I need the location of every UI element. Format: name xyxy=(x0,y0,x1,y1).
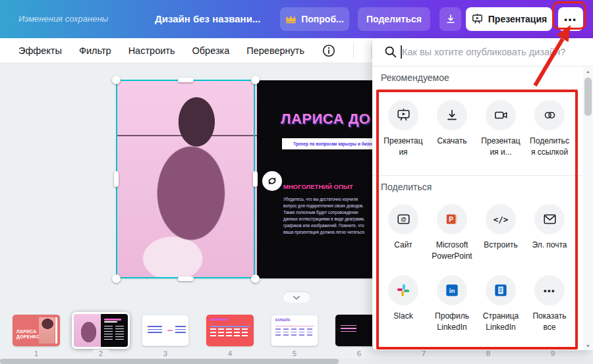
page-number-4[interactable]: 4 xyxy=(221,350,239,357)
scroll-up-arrow[interactable]: ▲ xyxy=(583,67,593,76)
selection-outline xyxy=(116,80,255,278)
handle-top-left[interactable] xyxy=(112,76,121,84)
try-pro-button[interactable]: Попроб... xyxy=(280,7,349,31)
page-number-5[interactable]: 5 xyxy=(286,350,303,357)
panel-scrollbar[interactable]: ▲ ▼ xyxy=(583,67,593,350)
thumb5-rule xyxy=(275,326,314,326)
page-number-1[interactable]: 1 xyxy=(28,350,45,357)
icon-circle xyxy=(486,100,516,130)
page-number-3[interactable]: 3 xyxy=(157,350,174,357)
page-number-2[interactable]: 2 xyxy=(92,350,109,357)
crown-icon xyxy=(285,14,296,24)
info-icon[interactable] xyxy=(322,43,336,58)
svg-text:in: in xyxy=(449,287,455,294)
thumb5-col xyxy=(291,328,296,337)
icon-circle: ••• xyxy=(534,275,565,305)
page-thumbnail-3[interactable] xyxy=(142,315,189,346)
svg-text:P: P xyxy=(449,216,453,223)
share-option-embed[interactable]: </> Встроить xyxy=(476,204,525,251)
slide-heading[interactable]: МНОГОЛЕТНИЙ ОПЫТ xyxy=(283,183,353,190)
thumb4-col xyxy=(218,328,224,338)
page-number-7[interactable]: 7 xyxy=(415,350,432,357)
embed-icon: </> xyxy=(494,215,509,224)
publish-option-download[interactable]: Скачать xyxy=(428,100,476,147)
page-number-9[interactable]: 9 xyxy=(544,350,561,357)
thumb5-col xyxy=(299,328,304,337)
download-button[interactable] xyxy=(439,7,461,31)
horizontal-scrollbar[interactable] xyxy=(0,359,593,364)
handle-bottom-left[interactable] xyxy=(112,274,121,283)
icon-circle: in xyxy=(437,275,467,305)
icon-circle xyxy=(534,204,565,234)
publish-option-presentation-record[interactable]: Презентация и... xyxy=(476,100,525,159)
handle-bottom-middle[interactable] xyxy=(178,276,194,281)
publish-option-share-link[interactable]: Поделиться ссылкой xyxy=(525,100,574,159)
page-number-6[interactable]: 6 xyxy=(351,350,368,357)
page-thumbnail-1[interactable]: ЛАРИСА ДОРЕНКО xyxy=(13,315,60,346)
tool-effects[interactable]: Эффекты xyxy=(18,45,62,56)
slide-black-half[interactable]: ЛАРИСА ДО Тренер по вопросам карьеры и б… xyxy=(257,80,389,278)
design-title[interactable]: Дизайн без названи... xyxy=(155,13,260,24)
tool-flip[interactable]: Перевернуть xyxy=(246,45,304,56)
tool-filter[interactable]: Фильтр xyxy=(79,45,111,56)
icon-circle xyxy=(486,275,516,305)
slide-body-text[interactable]: Убедитесь, что вы достаточно изучили воп… xyxy=(283,196,368,236)
thumb2-title-bar xyxy=(104,319,121,321)
email-icon xyxy=(542,212,557,226)
handle-bottom-right[interactable] xyxy=(251,274,260,283)
share-option-linkedin-profile[interactable]: in Профиль LinkedIn xyxy=(428,275,476,334)
filmstrip-collapse-button[interactable] xyxy=(283,292,310,303)
sync-graphic[interactable] xyxy=(262,171,282,191)
panel-scrollbar-thumb[interactable] xyxy=(584,78,592,116)
save-status: Изменения сохранены xyxy=(18,14,108,24)
share-option-website[interactable]: @ Сайт xyxy=(379,204,428,251)
share-option-powerpoint[interactable]: P Microsoft PowerPoint xyxy=(428,204,476,263)
page-thumbnail-2-selected[interactable] xyxy=(72,312,130,349)
toolbar-separator xyxy=(353,43,354,58)
panel-divider xyxy=(372,66,593,66)
section-title-recommended: Рекомендуемое xyxy=(381,72,449,83)
thumb5-col xyxy=(283,328,289,337)
icon-circle xyxy=(388,275,418,305)
thumb1-photo xyxy=(39,317,55,344)
tool-crop[interactable]: Обрезка xyxy=(192,45,230,56)
website-icon: @ xyxy=(396,212,411,226)
present-label: Презентация xyxy=(488,14,547,24)
share-button[interactable]: Поделиться xyxy=(358,7,430,31)
thumb3-text xyxy=(148,326,162,335)
page-thumbnail-4[interactable] xyxy=(206,315,254,346)
horizontal-scrollbar-thumb[interactable] xyxy=(0,359,339,364)
share-option-linkedin-page[interactable]: Страница LinkedIn xyxy=(476,275,525,334)
slide-title[interactable]: ЛАРИСА ДО xyxy=(281,111,370,128)
thumb4-col xyxy=(242,328,248,338)
handle-right-middle[interactable] xyxy=(253,171,258,187)
download-icon xyxy=(445,108,459,122)
handle-top-middle[interactable] xyxy=(178,78,194,82)
scroll-down-arrow[interactable]: ▼ xyxy=(583,342,593,350)
publish-panel: Рекомендуемое Презентация Скачать xyxy=(372,38,593,350)
more-dots-icon: ••• xyxy=(564,14,577,24)
share-label: Поделиться xyxy=(366,14,422,24)
page-thumbnail-5[interactable]: КАРЬЕРА xyxy=(271,315,318,346)
share-option-show-all[interactable]: ••• Показать все xyxy=(525,275,574,334)
slide-subtitle: Тренер по вопросам карьеры и бизнеса xyxy=(293,142,379,146)
share-option-slack[interactable]: Slack xyxy=(379,275,428,322)
thumb4-rule xyxy=(210,326,250,327)
canva-editor-screen: Изменения сохранены Дизайн без названи..… xyxy=(0,0,593,364)
share-option-email[interactable]: Эл. почта xyxy=(525,204,574,251)
tool-adjust[interactable]: Настроить xyxy=(128,45,175,56)
cycle-arrows-icon xyxy=(266,174,279,188)
present-button[interactable]: Презентация xyxy=(466,7,552,31)
page-number-8[interactable]: 8 xyxy=(480,350,497,357)
more-button[interactable]: ••• xyxy=(558,7,583,31)
ellipsis-icon: ••• xyxy=(544,286,555,296)
video-camera-icon xyxy=(494,108,509,122)
thumb2-text-col xyxy=(104,326,113,340)
publish-option-presentation[interactable]: Презентация xyxy=(379,100,428,159)
icon-circle: P xyxy=(437,204,467,234)
icon-circle: @ xyxy=(388,204,418,234)
thumb3-dash xyxy=(167,330,173,331)
handle-top-right[interactable] xyxy=(251,76,260,84)
handle-left-middle[interactable] xyxy=(114,171,119,187)
publish-search-input[interactable] xyxy=(402,43,565,61)
